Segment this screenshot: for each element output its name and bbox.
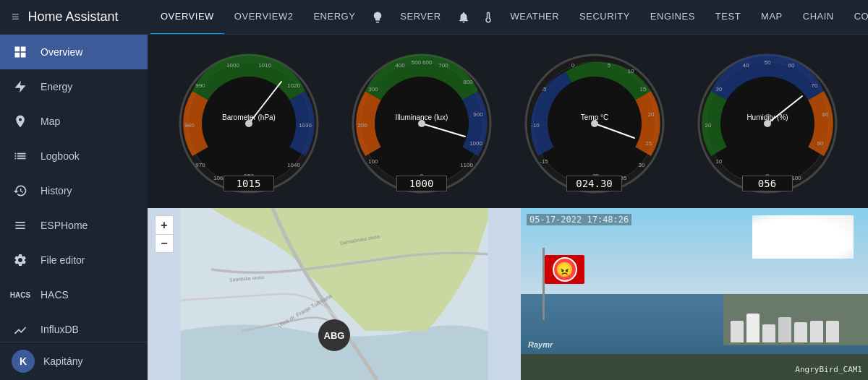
- main-content: OVERVIEW OVERVIEW2 ENERGY SERVER WEATHER…: [148, 0, 868, 380]
- svg-text:Humidity (%): Humidity (%): [746, 113, 788, 121]
- svg-text:1040: 1040: [287, 162, 300, 168]
- gauges-row: 960 970 980 990 1000 1010 1020 1030 1040…: [148, 35, 868, 208]
- camera-container: 05-17-2022 17:48:26: [521, 208, 868, 380]
- tab-test[interactable]: TEST: [705, 0, 751, 35]
- svg-text:60: 60: [788, 62, 794, 69]
- svg-text:80: 80: [822, 111, 828, 118]
- menu-icon[interactable]: ≡: [12, 9, 20, 25]
- map-container: Ulica dr. Franje Tuđmana Satelitska cest…: [148, 208, 521, 380]
- sidebar-item-hacs[interactable]: HACS HACS: [0, 277, 148, 312]
- svg-text:100: 100: [368, 158, 378, 165]
- boat: [778, 317, 791, 342]
- sidebar-item-history[interactable]: History: [0, 173, 148, 208]
- svg-text:1100: 1100: [460, 162, 473, 168]
- svg-text:-10: -10: [531, 122, 540, 129]
- svg-rect-2: [15, 53, 20, 58]
- svg-text:30: 30: [715, 86, 722, 92]
- tab-overview2[interactable]: OVERVIEW2: [224, 0, 304, 35]
- logbook-icon: [12, 147, 29, 165]
- svg-text:200: 200: [357, 122, 367, 129]
- sidebar-item-logbook-label: Logbook: [41, 150, 136, 162]
- sidebar-item-hacs-label: HACS: [41, 289, 136, 301]
- temperature-value: 024.30: [566, 176, 622, 191]
- sidebar-item-file-editor[interactable]: File editor: [0, 243, 148, 277]
- tab-server[interactable]: SERVER: [390, 0, 451, 35]
- tab-energy[interactable]: ENERGY: [303, 0, 365, 35]
- svg-text:30: 30: [638, 162, 644, 168]
- svg-text:90: 90: [817, 140, 823, 147]
- overview-icon: [12, 43, 29, 61]
- humidity-gauge: 0 10 20 30 40 50 60 70 80 90 100 Humidit…: [695, 51, 840, 191]
- boats: [731, 308, 861, 342]
- sidebar-item-overview-label: Overview: [41, 46, 136, 58]
- tab-weather[interactable]: WEATHER: [501, 0, 570, 35]
- influxdb-icon: [12, 321, 29, 338]
- sidebar-item-file-editor-label: File editor: [41, 254, 136, 266]
- barometer-gauge: 960 970 980 990 1000 1010 1020 1030 1040…: [176, 51, 321, 191]
- tab-temp-icon[interactable]: [476, 0, 501, 35]
- sidebar-header: ≡ Home Assistant: [0, 0, 148, 35]
- app-title: Home Assistant: [28, 9, 119, 25]
- illuminance-value: 1000: [396, 176, 447, 191]
- tab-engines[interactable]: ENGINES: [640, 0, 705, 35]
- sidebar-item-esphome[interactable]: ESPHome: [0, 208, 148, 243]
- history-icon: [12, 182, 29, 199]
- svg-text:400: 400: [395, 62, 405, 69]
- sidebar-item-history-label: History: [41, 185, 136, 197]
- boat: [826, 321, 839, 342]
- svg-text:1020: 1020: [287, 82, 300, 89]
- username: Kapitány: [43, 355, 82, 367]
- boat: [810, 321, 823, 342]
- map-zoom-in[interactable]: +: [155, 215, 174, 234]
- barometer-value: 1015: [224, 176, 274, 191]
- sidebar-item-influxdb-label: InfluxDB: [41, 324, 136, 335]
- sidebar-item-influxdb[interactable]: InfluxDB: [0, 312, 148, 342]
- sidebar-item-map[interactable]: Map: [0, 104, 148, 139]
- svg-text:15: 15: [639, 86, 646, 92]
- svg-text:-5: -5: [541, 86, 547, 92]
- tab-overview[interactable]: OVERVIEW: [150, 0, 224, 35]
- tab-light-icon[interactable]: [365, 0, 390, 35]
- svg-text:980: 980: [184, 122, 195, 129]
- svg-text:5: 5: [607, 62, 610, 69]
- humidity-value: 056: [742, 176, 793, 191]
- boat: [746, 314, 760, 342]
- tab-control-panel[interactable]: CONTROL PANEL: [844, 0, 868, 35]
- sidebar-item-logbook[interactable]: Logbook: [0, 139, 148, 173]
- tab-map[interactable]: MAP: [751, 0, 793, 35]
- svg-text:900: 900: [473, 111, 483, 118]
- svg-text:20: 20: [705, 122, 711, 129]
- svg-text:20: 20: [647, 111, 654, 118]
- sidebar-item-overview[interactable]: Overview: [0, 35, 148, 69]
- svg-text:1000: 1000: [226, 62, 239, 69]
- svg-text:25: 25: [645, 140, 652, 147]
- svg-text:700: 700: [438, 62, 448, 69]
- map-zoom-out[interactable]: −: [155, 234, 174, 253]
- tab-chain[interactable]: CHAIN: [793, 0, 844, 35]
- svg-text:Illuminance (lux): Illuminance (lux): [395, 113, 448, 121]
- camera-scene: 😠 Raymr: [521, 208, 868, 380]
- sidebar-footer[interactable]: K Kapitány: [0, 342, 148, 380]
- illuminance-gauge: 0 100 200 300 400 500 600 700 800 900 10…: [349, 51, 494, 191]
- clouds: [752, 215, 854, 259]
- svg-text:970: 970: [195, 162, 205, 168]
- svg-text:40: 40: [742, 62, 749, 69]
- tab-alarm-icon[interactable]: [451, 0, 476, 35]
- svg-rect-3: [21, 53, 26, 58]
- svg-rect-0: [15, 47, 20, 52]
- svg-text:1010: 1010: [258, 62, 271, 69]
- svg-text:0: 0: [571, 62, 574, 69]
- energy-icon: [12, 78, 29, 95]
- tab-security[interactable]: SECURITY: [569, 0, 640, 35]
- sidebar-item-energy-label: Energy: [41, 81, 136, 92]
- svg-text:1000: 1000: [469, 140, 482, 147]
- sidebar: ≡ Home Assistant Overview Energy Map Lo: [0, 0, 148, 380]
- camera-timestamp: 05-17-2022 17:48:26: [527, 214, 631, 225]
- svg-text:10: 10: [627, 68, 634, 74]
- top-nav: OVERVIEW OVERVIEW2 ENERGY SERVER WEATHER…: [148, 0, 868, 35]
- dashboard: 960 970 980 990 1000 1010 1020 1030 1040…: [148, 35, 868, 380]
- svg-text:800: 800: [463, 79, 473, 85]
- sidebar-item-energy[interactable]: Energy: [0, 69, 148, 104]
- camera-label: AngryBird_CAM1: [795, 365, 862, 374]
- hacs-icon: HACS: [12, 286, 29, 303]
